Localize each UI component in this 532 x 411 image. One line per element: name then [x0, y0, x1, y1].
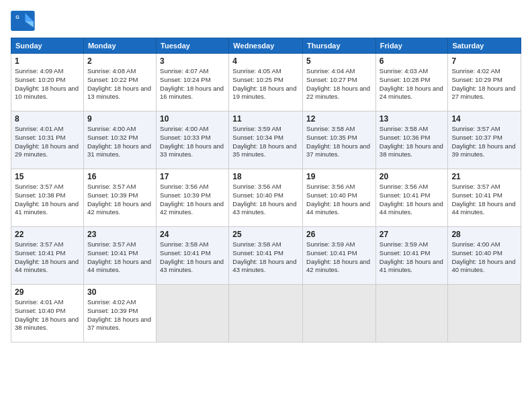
calendar-cell: 25Sunrise: 3:58 AMSunset: 10:41 PMDaylig…: [229, 227, 303, 285]
cell-content: Sunrise: 3:59 AMSunset: 10:41 PMDaylight…: [380, 240, 445, 275]
day-number: 13: [380, 114, 445, 124]
calendar-cell: [229, 285, 303, 342]
day-number: 20: [380, 172, 445, 181]
cell-content: Sunrise: 4:01 AMSunset: 10:40 PMDaylight…: [15, 298, 80, 332]
day-number: 8: [15, 114, 80, 124]
day-number: 5: [306, 56, 372, 66]
weekday-header-tuesday: Tuesday: [157, 38, 229, 54]
calendar-week-3: 15Sunrise: 3:57 AMSunset: 10:38 PMDaylig…: [11, 169, 521, 227]
calendar-cell: 11Sunrise: 3:59 AMSunset: 10:34 PMDaylig…: [229, 111, 303, 169]
day-number: 14: [451, 114, 517, 124]
cell-content: Sunrise: 3:56 AMSunset: 10:40 PMDaylight…: [306, 183, 372, 217]
cell-content: Sunrise: 3:57 AMSunset: 10:41 PMDaylight…: [87, 240, 152, 275]
calendar-week-2: 8Sunrise: 4:01 AMSunset: 10:31 PMDayligh…: [11, 111, 521, 169]
calendar-cell: 30Sunrise: 4:02 AMSunset: 10:39 PMDaylig…: [83, 285, 156, 342]
cell-content: Sunrise: 3:57 AMSunset: 10:38 PMDaylight…: [15, 183, 80, 217]
cell-content: Sunrise: 4:02 AMSunset: 10:29 PMDaylight…: [451, 67, 517, 101]
calendar-cell: 28Sunrise: 4:00 AMSunset: 10:40 PMDaylig…: [448, 227, 521, 285]
cell-content: Sunrise: 4:05 AMSunset: 10:25 PMDaylight…: [232, 67, 299, 101]
day-number: 12: [306, 114, 372, 124]
calendar-cell: 3Sunrise: 4:07 AMSunset: 10:24 PMDayligh…: [157, 54, 229, 111]
svg-rect-3: [11, 11, 24, 31]
calendar-cell: 16Sunrise: 3:57 AMSunset: 10:39 PMDaylig…: [83, 169, 156, 227]
weekday-header-thursday: Thursday: [303, 38, 376, 54]
calendar-table: SundayMondayTuesdayWednesdayThursdayFrid…: [11, 38, 521, 342]
day-number: 29: [15, 287, 80, 297]
weekday-header-wednesday: Wednesday: [229, 38, 303, 54]
day-number: 27: [380, 230, 445, 239]
cell-content: Sunrise: 4:00 AMSunset: 10:32 PMDaylight…: [87, 125, 152, 159]
day-number: 21: [451, 172, 517, 181]
cell-content: Sunrise: 3:58 AMSunset: 10:41 PMDaylight…: [160, 240, 225, 275]
cell-content: Sunrise: 4:09 AMSunset: 10:20 PMDaylight…: [15, 67, 80, 101]
cell-content: Sunrise: 3:59 AMSunset: 10:34 PMDaylight…: [232, 125, 299, 159]
cell-content: Sunrise: 3:59 AMSunset: 10:41 PMDaylight…: [306, 240, 372, 275]
calendar-cell: 18Sunrise: 3:56 AMSunset: 10:40 PMDaylig…: [229, 169, 303, 227]
day-number: 10: [160, 114, 225, 124]
logo: G: [11, 11, 39, 31]
cell-content: Sunrise: 3:58 AMSunset: 10:35 PMDaylight…: [306, 125, 372, 159]
weekday-header-sunday: Sunday: [11, 38, 84, 54]
day-number: 15: [15, 172, 80, 181]
calendar-cell: 26Sunrise: 3:59 AMSunset: 10:41 PMDaylig…: [303, 227, 376, 285]
calendar-cell: [375, 285, 448, 342]
weekday-row: SundayMondayTuesdayWednesdayThursdayFrid…: [11, 38, 521, 54]
cell-content: Sunrise: 4:04 AMSunset: 10:27 PMDaylight…: [306, 67, 372, 101]
cell-content: Sunrise: 3:57 AMSunset: 10:41 PMDaylight…: [15, 240, 80, 275]
day-number: 30: [87, 287, 152, 297]
svg-text:G: G: [15, 15, 19, 19]
calendar-cell: 12Sunrise: 3:58 AMSunset: 10:35 PMDaylig…: [303, 111, 376, 169]
calendar-cell: 20Sunrise: 3:56 AMSunset: 10:41 PMDaylig…: [375, 169, 448, 227]
calendar-cell: 29Sunrise: 4:01 AMSunset: 10:40 PMDaylig…: [11, 285, 84, 342]
day-number: 16: [87, 172, 152, 181]
calendar-week-1: 1Sunrise: 4:09 AMSunset: 10:20 PMDayligh…: [11, 54, 521, 111]
calendar-cell: [157, 285, 229, 342]
day-number: 22: [15, 230, 80, 239]
cell-content: Sunrise: 3:58 AMSunset: 10:41 PMDaylight…: [232, 240, 299, 275]
cell-content: Sunrise: 3:56 AMSunset: 10:39 PMDaylight…: [160, 183, 225, 217]
day-number: 11: [232, 114, 299, 124]
calendar-cell: 14Sunrise: 3:57 AMSunset: 10:37 PMDaylig…: [448, 111, 521, 169]
cell-content: Sunrise: 4:03 AMSunset: 10:28 PMDaylight…: [380, 67, 445, 101]
day-number: 4: [232, 56, 299, 66]
calendar-cell: 10Sunrise: 4:00 AMSunset: 10:33 PMDaylig…: [157, 111, 229, 169]
calendar-cell: [448, 285, 521, 342]
cell-content: Sunrise: 4:07 AMSunset: 10:24 PMDaylight…: [160, 67, 225, 101]
cell-content: Sunrise: 3:57 AMSunset: 10:41 PMDaylight…: [451, 183, 517, 217]
logo-icon: G: [11, 11, 35, 31]
calendar-cell: 9Sunrise: 4:00 AMSunset: 10:32 PMDayligh…: [83, 111, 156, 169]
day-number: 6: [380, 56, 445, 66]
day-number: 18: [232, 172, 299, 181]
weekday-header-friday: Friday: [375, 38, 448, 54]
calendar-week-5: 29Sunrise: 4:01 AMSunset: 10:40 PMDaylig…: [11, 285, 521, 342]
day-number: 1: [15, 56, 80, 66]
calendar-cell: 24Sunrise: 3:58 AMSunset: 10:41 PMDaylig…: [157, 227, 229, 285]
calendar-cell: 1Sunrise: 4:09 AMSunset: 10:20 PMDayligh…: [11, 54, 84, 111]
cell-content: Sunrise: 3:56 AMSunset: 10:40 PMDaylight…: [232, 183, 299, 217]
day-number: 23: [87, 230, 152, 239]
cell-content: Sunrise: 4:00 AMSunset: 10:33 PMDaylight…: [160, 125, 225, 159]
calendar-cell: [303, 285, 376, 342]
day-number: 25: [232, 230, 299, 239]
cell-content: Sunrise: 3:58 AMSunset: 10:36 PMDaylight…: [380, 125, 445, 159]
weekday-header-saturday: Saturday: [448, 38, 521, 54]
calendar-cell: 13Sunrise: 3:58 AMSunset: 10:36 PMDaylig…: [375, 111, 448, 169]
cell-content: Sunrise: 3:57 AMSunset: 10:39 PMDaylight…: [87, 183, 152, 217]
calendar-page: G SundayMondayTuesdayWednesdayThursdayFr…: [0, 0, 532, 411]
day-number: 28: [451, 230, 517, 239]
cell-content: Sunrise: 3:57 AMSunset: 10:37 PMDaylight…: [451, 125, 517, 159]
cell-content: Sunrise: 4:00 AMSunset: 10:40 PMDaylight…: [451, 240, 517, 275]
calendar-week-4: 22Sunrise: 3:57 AMSunset: 10:41 PMDaylig…: [11, 227, 521, 285]
calendar-cell: 5Sunrise: 4:04 AMSunset: 10:27 PMDayligh…: [303, 54, 376, 111]
cell-content: Sunrise: 3:56 AMSunset: 10:41 PMDaylight…: [380, 183, 445, 217]
weekday-header-monday: Monday: [83, 38, 156, 54]
calendar-cell: 7Sunrise: 4:02 AMSunset: 10:29 PMDayligh…: [448, 54, 521, 111]
day-number: 24: [160, 230, 225, 239]
header: G: [11, 11, 521, 31]
cell-content: Sunrise: 4:01 AMSunset: 10:31 PMDaylight…: [15, 125, 80, 159]
day-number: 19: [306, 172, 372, 181]
calendar-cell: 23Sunrise: 3:57 AMSunset: 10:41 PMDaylig…: [83, 227, 156, 285]
day-number: 3: [160, 56, 225, 66]
day-number: 2: [87, 56, 152, 66]
calendar-header: SundayMondayTuesdayWednesdayThursdayFrid…: [11, 38, 521, 54]
